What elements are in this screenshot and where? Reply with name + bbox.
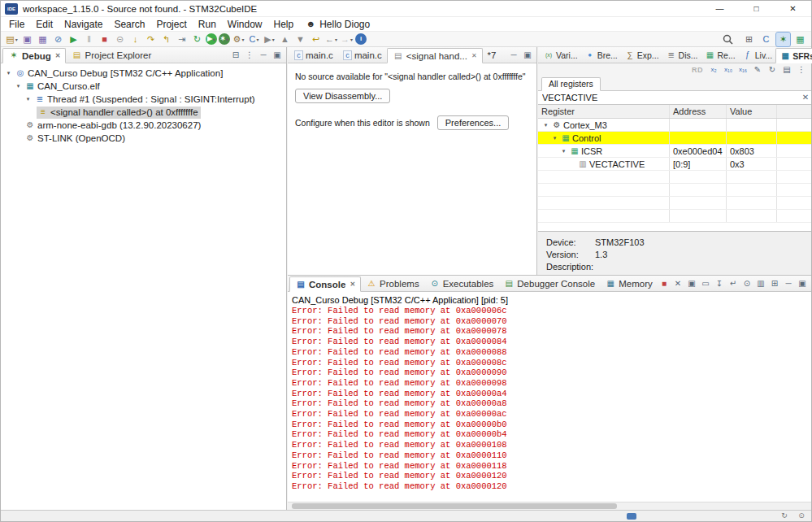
step-into-icon[interactable]: ↓: [128, 33, 142, 46]
tab-executables[interactable]: ⊙ Executables: [424, 276, 499, 291]
cpp-perspective-icon[interactable]: C: [759, 33, 773, 46]
debug-perspective-icon[interactable]: ✶: [776, 33, 790, 46]
tab-disassembly[interactable]: ≣ Dis...: [662, 47, 701, 63]
tab-main-c-1[interactable]: c main.c: [289, 47, 338, 63]
run-icon[interactable]: ▶: [206, 33, 217, 45]
clear-console-icon[interactable]: ▭: [700, 278, 711, 289]
save-all-icon[interactable]: ▦: [36, 33, 50, 46]
collapse-all-icon[interactable]: ⊟: [230, 50, 241, 60]
user-menu[interactable]: ☻ Hello Diogo: [299, 19, 376, 30]
expander-icon[interactable]: ▾: [24, 96, 33, 102]
preferences-button[interactable]: Preferences...: [437, 115, 509, 130]
tree-item-elf[interactable]: ▾ ▦ CAN_Curso.elf: [1, 80, 286, 93]
last-edit-location-icon[interactable]: ↩: [309, 33, 323, 46]
tab-signal-handler[interactable]: ▤ <signal hand... ✕: [387, 48, 483, 63]
close-icon[interactable]: ✕: [55, 52, 61, 59]
tab-problems[interactable]: ⚠ Problems: [361, 276, 424, 291]
expander-icon[interactable]: ▾: [550, 135, 559, 141]
open-perspective-icon[interactable]: ⊞: [742, 33, 756, 46]
info-icon[interactable]: i: [355, 33, 367, 45]
tree-item-gdb[interactable]: ⚙ arm-none-eabi-gdb (13.2.90.20230627): [1, 119, 286, 132]
close-icon[interactable]: ✕: [350, 281, 355, 288]
console-output[interactable]: CAN_Curso Debug [STM32 C/C++ Application…: [288, 293, 811, 502]
register-row-control[interactable]: ▾ ▦ Control: [538, 132, 811, 145]
tab-dirty-file[interactable]: *7: [483, 47, 502, 63]
instruction-stepping-icon[interactable]: ⇥: [175, 33, 189, 46]
view-menu-icon[interactable]: ⋮: [244, 50, 255, 60]
background-jobs-icon[interactable]: ↻: [779, 511, 790, 521]
maximize-icon[interactable]: ▣: [271, 50, 283, 60]
notifications-icon[interactable]: ⊙: [796, 511, 807, 521]
terminate-console-icon[interactable]: ■: [658, 278, 670, 289]
menu-item[interactable]: Window: [222, 17, 268, 31]
pin-console-icon[interactable]: ⊙: [741, 278, 753, 289]
tab-memory[interactable]: ▦ Memory: [600, 276, 658, 291]
tab-sfrs[interactable]: ▦ SFRs ✕: [775, 48, 812, 63]
column-value[interactable]: Value: [727, 105, 777, 118]
modify-register-icon[interactable]: ✎: [752, 65, 763, 76]
save-icon[interactable]: ▣: [20, 33, 34, 46]
tab-debugger-console[interactable]: ▤ Debugger Console: [498, 276, 600, 291]
window-close-button[interactable]: ✕: [775, 1, 811, 16]
menu-item[interactable]: File: [3, 17, 30, 31]
export-icon[interactable]: ▤: [781, 65, 792, 76]
column-register[interactable]: Register: [538, 105, 670, 118]
refresh-icon[interactable]: ↻: [766, 65, 778, 76]
remove-all-launches-icon[interactable]: ▣: [686, 278, 697, 289]
menu-item[interactable]: Search: [108, 17, 150, 31]
previous-annotation-icon[interactable]: ▲: [278, 33, 292, 46]
debug-icon[interactable]: ✶: [219, 33, 230, 45]
new-project-icon[interactable]: C: [247, 33, 261, 46]
open-console-icon[interactable]: ⊞: [769, 278, 780, 289]
maximize-icon[interactable]: ▣: [797, 278, 808, 289]
format-decimal-icon[interactable]: x₁₀: [723, 65, 734, 76]
expander-icon[interactable]: ▾: [14, 83, 23, 89]
forward-icon[interactable]: →: [340, 33, 354, 46]
register-row-cortex-m3[interactable]: ▾ ⚙ Cortex_M3: [538, 119, 811, 132]
tree-item-stlink[interactable]: ⚙ ST-LINK (OpenOCD): [1, 132, 286, 145]
selected-tree-item[interactable]: ≡ <signal handler called>() at 0xfffffff…: [37, 107, 201, 119]
minimize-icon[interactable]: ─: [508, 50, 519, 60]
minimize-icon[interactable]: ─: [258, 50, 269, 60]
view-disassembly-button[interactable]: View Disassembly...: [295, 89, 390, 103]
tab-live-expressions[interactable]: ƒ Liv...: [739, 47, 775, 63]
close-icon[interactable]: ✕: [471, 52, 477, 59]
minimize-icon[interactable]: ─: [783, 278, 794, 289]
view-menu-icon[interactable]: ⋮: [796, 65, 807, 76]
menu-item[interactable]: Edit: [30, 17, 59, 31]
menu-item[interactable]: Help: [268, 17, 300, 31]
window-minimize-button[interactable]: —: [701, 1, 738, 16]
tab-expressions[interactable]: ∑ Exp...: [621, 47, 662, 63]
horizontal-scrollbar[interactable]: [288, 502, 811, 510]
search-icon[interactable]: [723, 34, 733, 45]
menu-item[interactable]: Project: [150, 17, 192, 31]
skip-all-breakpoints-icon[interactable]: ⊘: [51, 33, 65, 46]
window-maximize-button[interactable]: □: [738, 1, 775, 16]
format-hex-icon[interactable]: x₁₆: [737, 65, 749, 76]
register-row-icsr[interactable]: ▾ ▦ ICSR 0xe000ed04 0x803: [538, 145, 811, 158]
tree-item-stack-frame[interactable]: ≡ <signal handler called>() at 0xfffffff…: [1, 106, 286, 119]
menu-item[interactable]: Navigate: [59, 17, 108, 31]
column-address[interactable]: Address: [670, 105, 727, 118]
format-binary-icon[interactable]: x₂: [708, 65, 719, 76]
next-annotation-icon[interactable]: ▼: [293, 33, 307, 46]
build-icon[interactable]: ⚙: [232, 33, 245, 46]
step-over-icon[interactable]: ↷: [144, 33, 158, 46]
scrollbar-thumb[interactable]: [292, 503, 617, 509]
maximize-icon[interactable]: ▣: [522, 50, 533, 60]
tab-variables[interactable]: (x) Vari...: [540, 47, 581, 63]
step-return-icon[interactable]: ↰: [159, 33, 173, 46]
new-wizard-icon[interactable]: ▤: [5, 33, 19, 46]
progress-indicator[interactable]: [627, 513, 636, 520]
tab-registers[interactable]: ▦ Re...: [701, 47, 739, 63]
tab-all-registers[interactable]: All registers: [541, 77, 601, 91]
external-tools-icon[interactable]: ▶: [263, 33, 276, 46]
back-icon[interactable]: ←: [324, 33, 338, 46]
tree-item-thread[interactable]: ▾ ≣ Thread #1 (Suspended : Signal : SIGI…: [1, 93, 286, 106]
remove-launch-icon[interactable]: ✕: [672, 278, 684, 289]
resume-icon[interactable]: ▶: [67, 33, 80, 46]
suspend-icon[interactable]: ‖: [82, 33, 96, 46]
tab-console[interactable]: ▤ Console ✕: [289, 276, 361, 292]
disconnect-icon[interactable]: ⊝: [113, 33, 127, 46]
word-wrap-icon[interactable]: ↵: [727, 278, 739, 289]
